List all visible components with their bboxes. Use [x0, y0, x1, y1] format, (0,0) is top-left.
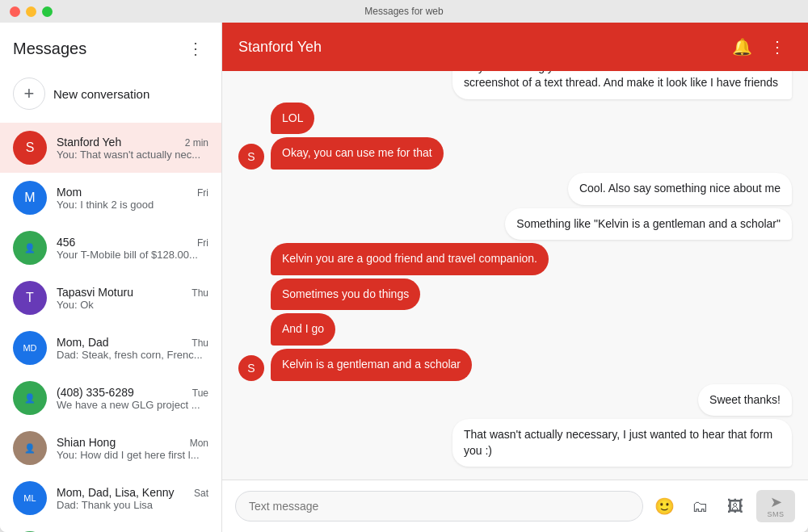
chat-area: Stanford Yeh 🔔 ⋮ SNahh that would be a s… [222, 23, 808, 532]
conv-name: Stanford Yeh [57, 136, 121, 149]
sidebar-header: Messages ⋮ [0, 23, 221, 71]
conv-name: 456 [57, 236, 75, 249]
chat-input-area: 🙂 🗂 🖼 ➤ SMS [222, 480, 808, 532]
conv-name: Tapasvi Moturu [57, 286, 133, 299]
message-row: SKelvin is a gentleman and a scholar [238, 349, 792, 381]
conv-time: 2 min [185, 137, 208, 149]
conv-preview: We have a new GLG project ... [57, 399, 208, 411]
conversation-item-mom-dad[interactable]: MD Mom, Dad Thu Dad: Steak, fresh corn, … [0, 323, 221, 373]
conv-info: Mom Fri You: I think 2 is good [57, 186, 208, 211]
conv-info: Tapasvi Moturu Thu You: Ok [57, 286, 208, 311]
close-button[interactable] [10, 6, 20, 17]
titlebar: Messages for web [0, 0, 808, 23]
conv-name: (408) 335-6289 [57, 386, 134, 399]
message-avatar: S [238, 355, 264, 381]
conv-name: Shian Hong [57, 436, 116, 449]
conv-name-row: Mom, Dad, Lisa, Kenny Sat [57, 486, 208, 499]
conversation-item-jefferson-lai[interactable]: J Jefferson Lai Jun 15 You: 😅 [0, 523, 221, 532]
chat-more-button[interactable]: ⋮ [763, 32, 792, 61]
conv-info: Mom, Dad Thu Dad: Steak, fresh corn, Fre… [57, 336, 208, 361]
conv-preview: You: That wasn't actually nec... [57, 149, 208, 161]
new-conversation-icon: + [13, 77, 45, 110]
conv-preview: You: I think 2 is good [57, 199, 208, 211]
message-bubble: Cool. Also say something nice about me [568, 173, 792, 205]
message-bubble: And I go [271, 313, 335, 346]
conversation-list: S Stanford Yeh 2 min You: That wasn't ac… [0, 123, 221, 532]
message-row: Something like "Kelvin is a gentleman an… [238, 208, 792, 241]
conv-time: Fri [197, 237, 208, 249]
conv-name-row: Tapasvi Moturu Thu [57, 286, 208, 299]
message-avatar: S [238, 144, 264, 170]
conv-name-row: (408) 335-6289 Tue [57, 386, 208, 399]
conv-name-row: Shian Hong Mon [57, 436, 208, 449]
message-bubble: Kelvin you are a good friend and travel … [271, 243, 549, 275]
message-row: SKelvin you are a good friend and travel… [238, 243, 792, 275]
conversation-item-mom-dad-lisa-kenny[interactable]: ML Mom, Dad, Lisa, Kenny Sat Dad: Thank … [0, 473, 221, 523]
maximize-button[interactable] [42, 6, 53, 17]
message-row: Hey I'm sending you this text because I … [238, 71, 792, 99]
conversation-item-shian-hong[interactable]: 👤 Shian Hong Mon You: How did I get here… [0, 423, 221, 473]
sidebar: Messages ⋮ + New conversation S Stanford… [0, 23, 222, 532]
avatar: 👤 [13, 381, 47, 415]
conv-name-row: Stanford Yeh 2 min [57, 136, 208, 149]
message-bubble: Okay, you can use me for that [271, 137, 444, 170]
message-bubble: Something like "Kelvin is a gentleman an… [505, 208, 792, 241]
conv-info: Mom, Dad, Lisa, Kenny Sat Dad: Thank you… [57, 486, 208, 511]
new-conversation-button[interactable]: + New conversation [0, 71, 221, 123]
message-row: SAnd I go [238, 313, 792, 346]
message-bubble: Kelvin is a gentleman and a scholar [271, 349, 472, 381]
conv-time: Thu [191, 337, 208, 349]
sidebar-more-button[interactable]: ⋮ [183, 36, 208, 61]
conv-preview: Dad: Thank you Lisa [57, 499, 208, 511]
conv-time: Thu [191, 287, 208, 299]
app-container: Messages ⋮ + New conversation S Stanford… [0, 23, 808, 532]
message-row: SLOL [238, 103, 792, 135]
image-button[interactable]: 🖼 [721, 492, 750, 521]
chat-messages: SNahh that would be a shame5:11 PMHey I'… [222, 71, 808, 480]
avatar: T [13, 281, 47, 315]
conv-name: Mom, Dad [57, 336, 109, 349]
message-bubble: That wasn't actually necessary, I just w… [452, 419, 792, 467]
message-row: Sweet thanks! [238, 384, 792, 417]
conv-info: Shian Hong Mon You: How did I get here f… [57, 436, 208, 461]
conv-preview: You: Ok [57, 299, 208, 311]
notifications-button[interactable]: 🔔 [727, 32, 756, 61]
avatar: 👤 [13, 431, 47, 465]
conv-info: 456 Fri Your T-Mobile bill of $128.00... [57, 236, 208, 261]
conv-name: Mom [57, 186, 82, 199]
conv-preview: You: How did I get here first l... [57, 449, 208, 461]
message-bubble: Sweet thanks! [698, 384, 792, 417]
send-button[interactable]: ➤ SMS [756, 490, 795, 522]
conversation-item-456[interactable]: 👤 456 Fri Your T-Mobile bill of $128.00.… [0, 223, 221, 273]
sticker-button[interactable]: 🗂 [685, 492, 714, 521]
chat-header: Stanford Yeh 🔔 ⋮ [222, 23, 808, 71]
minimize-button[interactable] [26, 6, 36, 17]
emoji-button[interactable]: 🙂 [650, 492, 679, 521]
conversation-item-stanford-yeh[interactable]: S Stanford Yeh 2 min You: That wasn't ac… [0, 123, 221, 173]
conv-preview: Dad: Steak, fresh corn, Frenc... [57, 349, 208, 361]
conversation-item-mom[interactable]: M Mom Fri You: I think 2 is good [0, 173, 221, 223]
header-actions: 🔔 ⋮ [727, 32, 792, 61]
message-row: That wasn't actually necessary, I just w… [238, 419, 792, 467]
conv-time: Mon [190, 438, 208, 449]
conversation-item-408-335-6289[interactable]: 👤 (408) 335-6289 Tue We have a new GLG p… [0, 373, 221, 423]
message-row: Cool. Also say something nice about me [238, 173, 792, 205]
message-bubble: Sometimes you do things [271, 279, 420, 311]
message-input[interactable] [235, 491, 643, 522]
message-bubble: Hey I'm sending you this text because I … [452, 71, 792, 99]
chat-contact-name: Stanford Yeh [238, 39, 322, 56]
message-row: SOkay, you can use me for that [238, 137, 792, 170]
conv-preview: Your T-Mobile bill of $128.00... [57, 249, 208, 261]
avatar: 👤 [13, 231, 47, 265]
avatar: S [13, 131, 47, 165]
avatar: MD [13, 331, 47, 365]
conv-time: Tue [192, 387, 208, 399]
conv-name-row: Mom Fri [57, 186, 208, 199]
conv-name: Mom, Dad, Lisa, Kenny [57, 486, 175, 499]
conv-name-row: 456 Fri [57, 236, 208, 249]
message-row: SSometimes you do things [238, 279, 792, 311]
avatar: M [13, 181, 47, 215]
conv-time: Fri [197, 187, 208, 199]
sidebar-title: Messages [13, 40, 86, 58]
conversation-item-tapasvi-moturu[interactable]: T Tapasvi Moturu Thu You: Ok [0, 273, 221, 323]
